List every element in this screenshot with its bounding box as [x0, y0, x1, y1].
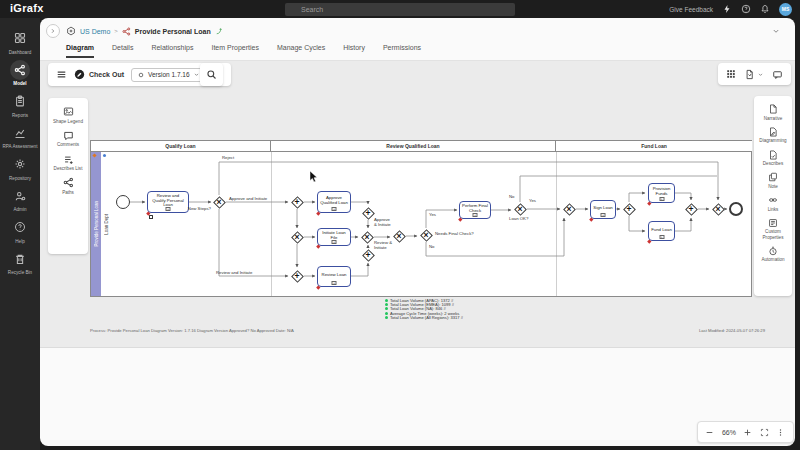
gateway-review-initiate-join[interactable]: +: [362, 249, 375, 262]
page-options-button[interactable]: [744, 69, 764, 80]
comments-tool[interactable]: Comments: [48, 127, 88, 151]
left-tool-palette: Shape Legend Comments Describes List Pat…: [48, 98, 88, 254]
task-review-and-qualify-personal-loan[interactable]: Review and Qualify Personal Loan+: [147, 191, 189, 213]
sidebar-item-reports[interactable]: Reports: [0, 91, 40, 118]
gateway-loan-ok[interactable]: ×: [514, 203, 527, 216]
grid-view-icon[interactable]: [726, 69, 736, 79]
start-event[interactable]: [116, 195, 130, 209]
shape-legend-icon: [63, 106, 74, 117]
note-tool[interactable]: Note: [754, 169, 792, 192]
tab-diagram[interactable]: Diagram: [66, 44, 94, 58]
gateway-new-steps[interactable]: ×: [213, 196, 226, 209]
flow-label-approve-initiate-2: Approve & Initiate: [374, 218, 394, 228]
flow-label-yes-1: Yes: [429, 213, 436, 218]
comments-icon: [63, 130, 74, 141]
gateway-approve-initiate-join[interactable]: +: [362, 207, 375, 220]
sequence-flows: [91, 141, 753, 298]
notifications-bell-icon[interactable]: [760, 4, 770, 14]
more-options-kebab-icon[interactable]: [776, 428, 785, 437]
igrafx-logo: iGrafx: [10, 2, 44, 14]
task-approve-qualified-loan[interactable]: Approve Qualified Loan+: [317, 191, 351, 213]
give-feedback-link[interactable]: Give Feedback: [669, 6, 713, 13]
task-initiate-loan-file[interactable]: Initiate Loan File+: [317, 228, 351, 246]
flow-label-review-and-initiate: Review and Initiate: [216, 271, 252, 276]
task-perform-final-check[interactable]: Perform Final Check+: [459, 201, 491, 219]
zoom-out-icon[interactable]: [705, 428, 714, 437]
breadcrumb-page-title: Provide Personal Loan: [135, 28, 211, 35]
kpi-dot: [385, 316, 388, 319]
comment-bubble-icon[interactable]: [772, 69, 783, 80]
narrative-icon: [768, 104, 778, 114]
gateway-fund-split[interactable]: +: [623, 203, 636, 216]
search-icon: [206, 69, 217, 80]
mouse-cursor: [310, 171, 319, 183]
version-ring-icon: [137, 71, 145, 79]
sidebar-item-repository[interactable]: Repository: [0, 154, 40, 181]
user-avatar[interactable]: MS: [779, 3, 792, 16]
gateway-parallel-split-1[interactable]: +: [291, 196, 304, 209]
paths-tool[interactable]: Paths: [48, 174, 88, 198]
task-annotation-icon: [149, 215, 153, 219]
custom-properties-tool[interactable]: Custom Properties: [754, 215, 792, 243]
diagram-canvas[interactable]: Check Out Version 1.7.16 Sh: [40, 61, 795, 348]
help-icon[interactable]: [741, 4, 751, 14]
tab-manage-cycles[interactable]: Manage Cycles: [277, 44, 325, 58]
model-share-icon: [14, 64, 26, 76]
search-input[interactable]: [285, 3, 515, 16]
gateway-exclusive-join[interactable]: ×: [361, 231, 374, 244]
sidebar-item-recycle-bin[interactable]: Recycle Bin: [0, 249, 40, 276]
end-event[interactable]: [729, 202, 743, 216]
tab-relationships[interactable]: Relationships: [151, 44, 193, 58]
breadcrumb-workspace-link[interactable]: US Demo: [80, 28, 110, 35]
panel-chevron-down-icon[interactable]: [771, 26, 781, 36]
sidebar-item-rpa-assessment[interactable]: RPA Assessment: [0, 123, 40, 150]
automation-icon: [768, 246, 778, 256]
collapse-panel-button[interactable]: [46, 24, 60, 38]
breadcrumb: US Demo > Provide Personal Loan: [66, 23, 223, 39]
tab-details[interactable]: Details: [112, 44, 133, 58]
automation-tool[interactable]: Automation: [754, 243, 792, 266]
fullscreen-icon[interactable]: [760, 428, 769, 437]
task-fund-loan[interactable]: Fund Loan+: [648, 221, 675, 241]
task-sign-loan[interactable]: Sign Loan+: [590, 200, 616, 219]
gateway-final-merge[interactable]: ×: [712, 203, 725, 216]
check-out-button[interactable]: Check Out: [74, 69, 124, 80]
links-tool[interactable]: Links: [754, 192, 792, 215]
gateway-merge[interactable]: ×: [393, 230, 406, 243]
gateway-fund-join[interactable]: +: [685, 203, 698, 216]
gateway-label-needs-final-check: Needs Final Check?: [435, 232, 474, 237]
zoom-controls: 66%: [697, 421, 794, 443]
flow-label-no-2: No: [509, 195, 515, 200]
kpi-dot: [385, 303, 388, 306]
task-review-loan[interactable]: Review Loan+: [317, 266, 351, 287]
gateway-parallel-split-2[interactable]: +: [291, 270, 304, 283]
describes-tool[interactable]: Describes: [754, 147, 792, 170]
tab-permissions[interactable]: Permissions: [383, 44, 421, 58]
bpmn-pool: Qualify Loan Review Qualified Loan Fund …: [90, 140, 752, 297]
sidebar-item-dashboard[interactable]: Dashboard: [0, 28, 40, 55]
task-provision-funds[interactable]: Provision Funds+: [648, 183, 675, 203]
diagram-search-button[interactable]: [200, 63, 223, 86]
lightning-icon[interactable]: [722, 4, 732, 14]
tab-history[interactable]: History: [343, 44, 365, 58]
gateway-fund-entry[interactable]: ×: [563, 203, 576, 216]
menu-hamburger-icon[interactable]: [56, 69, 67, 80]
custom-properties-icon: [768, 218, 778, 228]
diagramming-tool[interactable]: Diagramming: [754, 124, 792, 147]
zoom-level: 66%: [722, 429, 736, 436]
version-dropdown[interactable]: Version 1.7.16: [131, 68, 206, 82]
flow-label-review-initiate-2: Review & Initiate: [374, 241, 394, 251]
branch-status-icon[interactable]: [215, 27, 223, 35]
shape-legend-tool[interactable]: Shape Legend: [48, 103, 88, 127]
zoom-in-icon[interactable]: [743, 428, 752, 437]
rpa-chart-icon: [14, 127, 26, 139]
gateway-exclusive-mid[interactable]: ×: [291, 231, 304, 244]
gateway-needs-final-check[interactable]: ×: [420, 229, 433, 242]
sidebar-item-model[interactable]: Model: [0, 60, 40, 87]
narrative-tool[interactable]: Narrative: [754, 101, 792, 124]
top-app-bar: iGrafx Give Feedback MS: [0, 0, 800, 18]
describes-list-tool[interactable]: Describes List: [48, 151, 88, 175]
tab-item-properties[interactable]: Item Properties: [211, 44, 258, 58]
sidebar-item-admin[interactable]: Admin: [0, 186, 40, 213]
sidebar-item-help[interactable]: Help: [0, 217, 40, 244]
